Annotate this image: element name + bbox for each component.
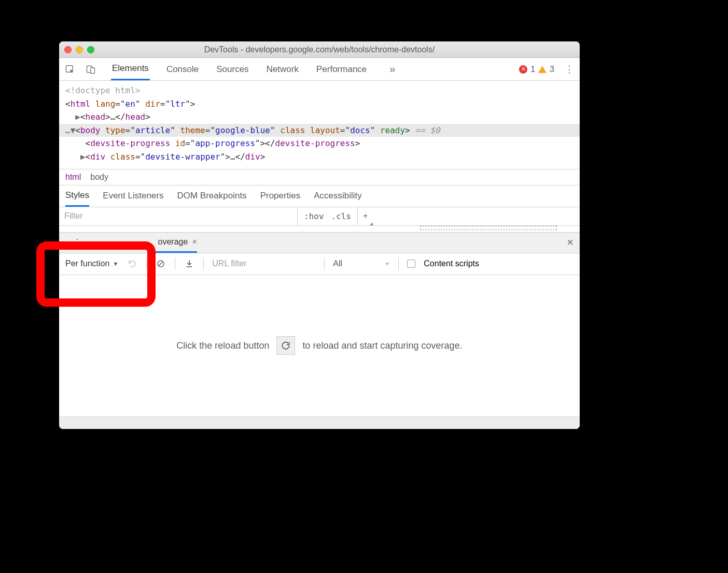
content-scripts-checkbox[interactable] [407,260,415,268]
url-filter-input[interactable] [212,259,316,268]
tab-sources[interactable]: Sources [215,58,249,80]
drawer-tab-label: overage [158,237,188,247]
hov-cls-group: :hov .cls [298,207,358,225]
reload-button[interactable] [276,336,295,355]
drawer-tabstrip: ⋮ Coverage × × [59,233,580,253]
box-model-swatch [420,226,557,230]
divider [146,257,147,270]
dom-tree[interactable]: <!doctype html> <html lang="en" dir="ltr… [59,81,580,169]
styles-subtabs: Styles Event Listeners DOM Breakpoints P… [59,185,580,207]
warning-icon [538,66,547,73]
hint-text-before: Click the reload button [176,340,269,351]
reload-icon[interactable] [127,258,138,269]
styles-body [59,226,580,232]
hov-toggle[interactable]: :hov [304,211,324,221]
breadcrumb-body[interactable]: body [90,173,108,182]
chevron-down-icon: ▼ [384,261,390,267]
svg-rect-2 [91,67,95,73]
titlebar: DevTools - developers.google.com/web/too… [59,41,580,58]
divider [203,257,204,270]
tab-performance[interactable]: Performance [315,58,368,80]
drawer-close-icon[interactable]: × [567,236,573,249]
cls-toggle[interactable]: .cls [331,211,352,221]
settings-menu-icon[interactable]: ⋮ [565,64,575,75]
tab-network[interactable]: Network [265,58,300,80]
subtab-properties[interactable]: Properties [260,185,300,207]
breadcrumb-html[interactable]: html [65,173,81,182]
error-icon: ✕ [519,65,527,74]
divider [398,257,399,270]
html-node[interactable]: <html lang="en" dir="ltr"> [65,97,573,111]
body-node-selected[interactable]: …▼<body type="article" theme="google-blu… [59,124,580,137]
styles-filter-input[interactable] [59,207,298,225]
tab-console[interactable]: Console [165,58,200,80]
styles-filter-row: :hov .cls + [59,207,580,226]
main-tabstrip: Elements Console Sources Network Perform… [59,58,580,81]
error-count: 1 [530,65,535,74]
coverage-empty-state: Click the reload button to reload and st… [59,275,580,417]
head-node[interactable]: ▶<head>…</head> [65,110,573,124]
more-tabs-icon[interactable]: » [389,63,395,75]
drawer-tab-coverage[interactable]: Coverage × [148,233,197,253]
chevron-down-icon: ▼ [113,261,118,267]
new-style-rule-button[interactable]: + [358,207,373,225]
divider [324,257,325,270]
doctype-node[interactable]: <!doctype html> [65,84,573,97]
coverage-toolbar: Per function ▼ All ▼ Content sc [59,253,580,275]
main-tabs: Elements Console Sources Network Perform… [111,58,395,80]
svg-line-4 [159,262,163,266]
subtab-accessibility[interactable]: Accessibility [314,185,362,207]
type-filter-label: All [333,259,342,268]
breadcrumb: html body [59,169,580,185]
drawer-menu-icon[interactable]: ⋮ [73,237,82,248]
hint-text-after: to reload and start capturing coverage. [302,340,462,351]
divider [175,257,175,270]
export-icon[interactable] [184,258,195,269]
per-function-dropdown[interactable]: Per function ▼ [65,259,118,268]
content-scripts-label: Content scripts [424,259,479,268]
drawer: ⋮ Coverage × × Per function ▼ [59,232,580,429]
clear-icon[interactable] [155,258,166,269]
devsite-progress-node[interactable]: <devsite-progress id="app-progress"></de… [65,137,573,150]
subtab-styles[interactable]: Styles [65,185,89,207]
status-indicators[interactable]: ✕ 1 3 ⋮ [519,64,575,75]
devtools-window: DevTools - developers.google.com/web/too… [59,41,580,429]
subtab-event-listeners[interactable]: Event Listeners [103,185,163,207]
device-toggle-icon[interactable] [85,64,96,75]
warning-count: 3 [550,65,554,74]
close-tab-icon[interactable]: × [192,237,197,247]
per-function-label: Per function [65,259,109,268]
subtab-dom-breakpoints[interactable]: DOM Breakpoints [177,185,246,207]
inspect-element-icon[interactable] [64,64,76,75]
devsite-wrapper-node[interactable]: ▶<div class="devsite-wrapper">…</div> [65,150,573,164]
drawer-footer [59,417,580,429]
tab-elements[interactable]: Elements [111,58,150,80]
window-title: DevTools - developers.google.com/web/too… [59,45,580,54]
type-filter-dropdown[interactable]: All ▼ [333,259,390,268]
